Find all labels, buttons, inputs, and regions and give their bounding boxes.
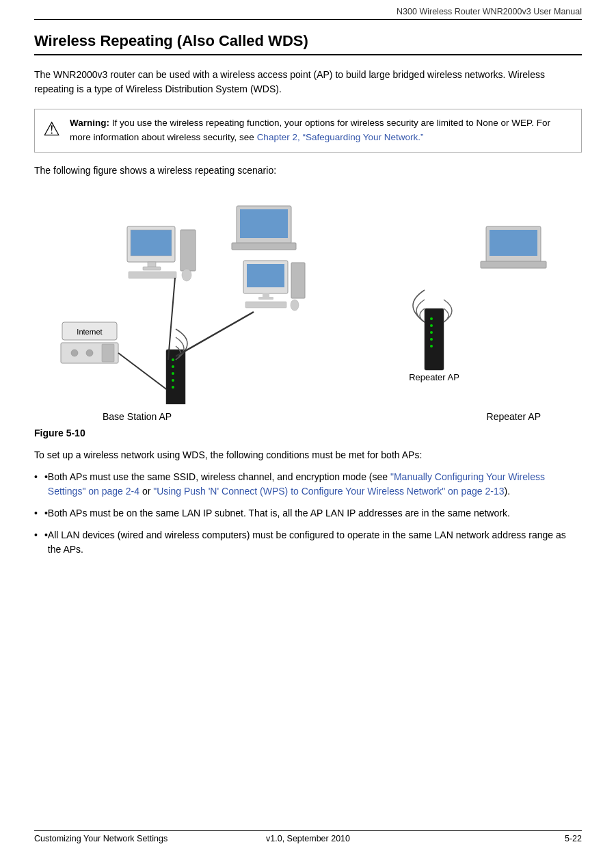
bullet-text-3: All LAN devices (wired and wireless comp… (48, 528, 582, 557)
svg-point-11 (172, 379, 174, 382)
svg-point-10 (172, 372, 174, 375)
svg-point-12 (172, 386, 174, 389)
footer-left: Customizing Your Network Settings (34, 834, 168, 843)
svg-rect-39 (490, 230, 537, 256)
svg-point-8 (172, 358, 174, 361)
svg-rect-17 (180, 230, 196, 271)
svg-point-3 (71, 350, 78, 356)
svg-rect-26 (258, 297, 273, 300)
figure-intro: The following figure shows a wireless re… (34, 165, 582, 176)
page-footer: Customizing Your Network Settings v1.0, … (34, 830, 582, 843)
svg-rect-25 (263, 293, 269, 298)
svg-point-19 (182, 269, 191, 281)
svg-point-35 (430, 331, 433, 334)
svg-line-6 (118, 353, 168, 391)
svg-rect-28 (245, 302, 286, 308)
header-title: N300 Wireless Router WNR2000v3 User Manu… (397, 7, 582, 16)
svg-point-34 (430, 324, 433, 327)
warning-box: ⚠ Warning: If you use the wireless repea… (34, 109, 582, 153)
link-push-n-connect[interactable]: "Using Push 'N' Connect (WPS) to Configu… (153, 486, 504, 497)
bullet-list: • Both APs must use the same SSID, wirel… (34, 470, 582, 557)
svg-line-30 (168, 278, 175, 360)
svg-rect-40 (481, 261, 546, 268)
svg-rect-32 (425, 309, 444, 370)
svg-rect-27 (291, 263, 305, 298)
figure-svg-container: Internet (34, 185, 582, 404)
warning-icon: ⚠ (43, 118, 60, 140)
warning-text-content: Warning: If you use the wireless repeati… (70, 116, 573, 145)
footer-center: v1.0, September 2010 (266, 834, 350, 843)
svg-text:Repeater AP: Repeater AP (409, 372, 459, 382)
figure-area: Internet (34, 185, 582, 404)
warning-link[interactable]: Chapter 2, “Safeguarding Your Network.” (257, 132, 424, 142)
svg-rect-5 (102, 344, 114, 362)
svg-point-9 (172, 365, 174, 368)
conditions-intro: To set up a wireless network using WDS, … (34, 448, 582, 463)
bullet-text-1: Both APs must use the same SSID, wireles… (48, 470, 582, 499)
footer-right: 5-22 (565, 834, 582, 843)
svg-rect-24 (247, 264, 284, 287)
warning-label: Warning: (70, 118, 109, 128)
svg-rect-21 (240, 209, 288, 238)
svg-rect-14 (131, 230, 172, 256)
list-item: • All LAN devices (wired and wireless co… (34, 528, 582, 557)
bullet-text-2: Both APs must be on the same LAN IP subn… (48, 506, 510, 521)
svg-rect-16 (143, 267, 161, 270)
base-station-label: Base Station AP (103, 411, 172, 422)
svg-point-33 (430, 317, 433, 320)
page-header: N300 Wireless Router WNR2000v3 User Manu… (34, 7, 582, 20)
svg-rect-18 (129, 272, 176, 278)
figure-labels: Base Station AP Repeater AP (34, 411, 582, 422)
intro-paragraph: The WNR2000v3 router can be used with a … (34, 68, 582, 96)
svg-rect-22 (232, 243, 296, 250)
repeater-label: Repeater AP (487, 411, 541, 422)
svg-line-31 (176, 312, 254, 356)
figure-caption: Figure 5-10 (34, 428, 582, 438)
list-item: • Both APs must use the same SSID, wirel… (34, 470, 582, 499)
page-wrapper: N300 Wireless Router WNR2000v3 User Manu… (0, 0, 616, 853)
page-title: Wireless Repeating (Also Called WDS) (34, 32, 582, 55)
list-item: • Both APs must be on the same LAN IP su… (34, 506, 582, 521)
network-diagram: Internet (49, 185, 568, 404)
svg-text:Internet: Internet (77, 328, 102, 336)
svg-point-36 (430, 338, 433, 341)
svg-point-37 (430, 345, 433, 347)
svg-point-29 (291, 300, 299, 311)
svg-point-4 (86, 350, 93, 356)
